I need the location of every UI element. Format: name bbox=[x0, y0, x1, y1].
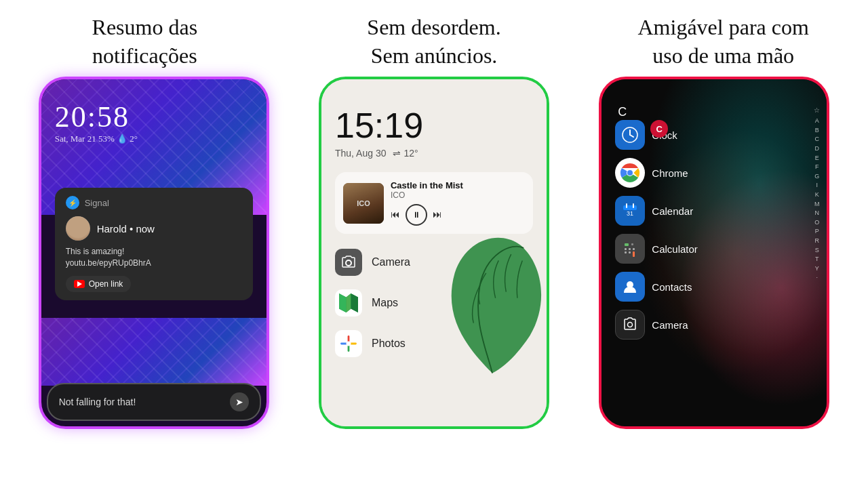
alpha-m: M bbox=[814, 200, 820, 209]
alphabetical-sidebar[interactable]: ☆ A B C D E F G I K M N O P R S T Y · bbox=[814, 106, 820, 282]
calendar-app-icon: 31 bbox=[615, 196, 645, 226]
list-item[interactable]: Camera bbox=[615, 310, 698, 340]
phone1-time: 20:58 bbox=[55, 100, 130, 134]
svg-point-27 bbox=[628, 323, 633, 327]
alpha-c: C bbox=[815, 135, 820, 144]
svg-point-0 bbox=[346, 260, 351, 266]
chrome-app-icon bbox=[615, 158, 645, 188]
alpha-o: O bbox=[814, 218, 819, 227]
phone1-bottom-wallpaper bbox=[41, 318, 267, 386]
alpha-f: F bbox=[815, 163, 819, 171]
prev-button[interactable]: ⏮ bbox=[391, 209, 400, 220]
signal-icon: ⚡ bbox=[66, 196, 79, 209]
svg-marker-4 bbox=[351, 293, 358, 312]
youtube-icon bbox=[74, 280, 85, 288]
input-text: Not falling for that! bbox=[59, 396, 136, 407]
alpha-e: E bbox=[815, 154, 819, 163]
alpha-a: A bbox=[815, 117, 819, 125]
phone2-content: 15:19 Thu, Aug 30 ⇌ 12° ICO Castle in th… bbox=[321, 79, 547, 426]
alpha-g: G bbox=[814, 172, 819, 181]
phones-row: 20:58 Sat, Mar 21 53% 💧 2° ⚡ Signal Haro… bbox=[0, 77, 868, 488]
notif-app-name: Signal bbox=[85, 198, 109, 208]
open-link-button[interactable]: Open link bbox=[66, 276, 132, 292]
sender-name: Harold • now bbox=[97, 223, 155, 235]
phone2-date: Thu, Aug 30 ⇌ 12° bbox=[335, 148, 533, 159]
svg-point-5 bbox=[346, 342, 351, 346]
phone1-col: 20:58 Sat, Mar 21 53% 💧 2° ⚡ Signal Haro… bbox=[14, 77, 294, 429]
phone3: Clock bbox=[599, 77, 829, 429]
alpha-r: R bbox=[815, 237, 820, 245]
svg-rect-22 bbox=[629, 248, 631, 250]
youtube-play-triangle bbox=[77, 281, 82, 287]
reply-input-bar[interactable]: Not falling for that! ➤ bbox=[47, 383, 261, 421]
alpha-d: D bbox=[815, 144, 820, 153]
photos-icon bbox=[335, 330, 362, 357]
avatar bbox=[66, 216, 90, 241]
headers-row: Resumo dasnotificações Sem desordem.Sem … bbox=[0, 0, 868, 77]
svg-marker-3 bbox=[346, 293, 351, 312]
music-info: Castle in the Mist ICO ⏮ ⏸ ⏭ bbox=[391, 180, 525, 226]
svg-rect-19 bbox=[631, 243, 633, 245]
phone2: 15:19 Thu, Aug 30 ⇌ 12° ICO Castle in th… bbox=[319, 77, 549, 429]
clock-app-icon bbox=[615, 120, 645, 150]
svg-point-11 bbox=[627, 170, 633, 176]
phone3-app-list: Clock bbox=[615, 120, 698, 340]
music-title: Castle in the Mist bbox=[391, 180, 525, 190]
avatar-face bbox=[66, 216, 90, 241]
music-controls: ⏮ ⏸ ⏭ bbox=[391, 204, 525, 226]
svg-marker-2 bbox=[339, 293, 347, 312]
top-letter-c: C bbox=[618, 105, 627, 119]
album-art: ICO bbox=[343, 183, 384, 224]
svg-rect-20 bbox=[625, 248, 627, 250]
alpha-dot: · bbox=[816, 273, 818, 282]
header-col-3: Amigável para comuso de uma mão bbox=[578, 14, 868, 70]
app-list: Camera Maps bbox=[335, 245, 533, 361]
phone2-time: 15:19 bbox=[335, 106, 533, 145]
alpha-p: P bbox=[815, 227, 819, 236]
contacts-app-icon bbox=[615, 272, 645, 302]
alpha-k: K bbox=[815, 190, 819, 199]
play-pause-button[interactable]: ⏸ bbox=[406, 204, 427, 226]
send-button[interactable]: ➤ bbox=[230, 392, 249, 411]
contacts-app-name: Contacts bbox=[652, 281, 692, 293]
alpha-y: Y bbox=[815, 264, 819, 273]
svg-rect-18 bbox=[625, 243, 629, 246]
list-item[interactable]: Photos bbox=[335, 326, 533, 361]
chrome-app-name: Chrome bbox=[652, 167, 688, 179]
alpha-i: I bbox=[816, 181, 818, 190]
svg-rect-24 bbox=[633, 248, 635, 250]
alpha-s: S bbox=[815, 246, 819, 255]
svg-text:31: 31 bbox=[627, 210, 633, 217]
list-item[interactable]: Camera bbox=[335, 245, 533, 280]
notif-message: This is amazing! youtu.be/epyRUp0BhrA bbox=[66, 246, 242, 269]
phone1: 20:58 Sat, Mar 21 53% 💧 2° ⚡ Signal Haro… bbox=[39, 77, 269, 429]
maps-icon bbox=[335, 289, 362, 317]
camera-app-icon-phone3 bbox=[615, 310, 645, 340]
notif-header: ⚡ Signal bbox=[66, 196, 242, 209]
alpha-t: T bbox=[815, 255, 819, 264]
phone2-col: 15:19 Thu, Aug 30 ⇌ 12° ICO Castle in th… bbox=[294, 77, 574, 429]
svg-rect-25 bbox=[633, 251, 635, 257]
svg-rect-23 bbox=[629, 251, 631, 253]
music-widget: ICO Castle in the Mist ICO ⏮ ⏸ ⏭ bbox=[335, 172, 533, 234]
phone1-date: Sat, Mar 21 53% 💧 2° bbox=[55, 134, 138, 144]
list-item[interactable]: 31 Calendar bbox=[615, 196, 698, 226]
header-col-2: Sem desordem.Sem anúncios. bbox=[290, 14, 579, 70]
header-col-1: Resumo dasnotificações bbox=[0, 14, 290, 70]
list-item[interactable]: Maps bbox=[335, 285, 533, 321]
camera-app-name-phone3: Camera bbox=[652, 319, 688, 331]
calculator-app-name: Calculator bbox=[652, 243, 698, 255]
next-button[interactable]: ⏭ bbox=[433, 209, 442, 220]
alpha-b: B bbox=[815, 126, 819, 135]
calendar-app-name: Calendar bbox=[652, 205, 693, 217]
phone3-col: Clock bbox=[574, 77, 854, 429]
star-icon: ☆ bbox=[814, 106, 820, 114]
svg-rect-21 bbox=[625, 251, 627, 253]
alpha-n: N bbox=[815, 209, 820, 218]
list-item[interactable]: Contacts bbox=[615, 272, 698, 302]
list-item[interactable]: Calculator bbox=[615, 234, 698, 264]
calculator-app-icon bbox=[615, 234, 645, 264]
list-item[interactable]: Chrome bbox=[615, 158, 698, 188]
notif-sender: Harold • now bbox=[66, 216, 242, 241]
music-artist: ICO bbox=[391, 190, 525, 200]
